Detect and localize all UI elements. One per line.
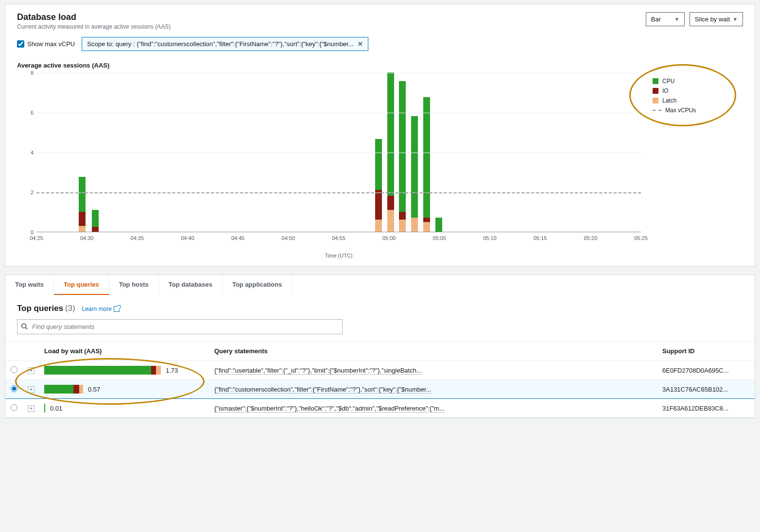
- page-title: Database load: [17, 12, 171, 22]
- show-max-vcpu-checkbox[interactable]: Show max vCPU: [17, 40, 75, 48]
- database-load-panel: Database load Current activity measured …: [5, 4, 755, 267]
- load-value: 1.73: [166, 367, 178, 374]
- chart-type-dropdown[interactable]: Bar ▼: [646, 12, 685, 26]
- row-radio[interactable]: [11, 404, 17, 411]
- expand-icon[interactable]: +: [28, 405, 35, 412]
- query-statement[interactable]: {"ismaster":{"$numberInt":"?"},"helloOk"…: [214, 405, 445, 412]
- top-queries-title: Top queries (3): [17, 304, 75, 313]
- slice-by-label: Slice by wait: [695, 16, 730, 23]
- load-value: 0.01: [50, 405, 62, 412]
- row-radio[interactable]: [11, 366, 17, 373]
- top-queries-table: Load by wait (AAS) Query statements Supp…: [5, 341, 755, 418]
- legend-swatch-latch: [653, 98, 658, 103]
- tab-top-queries[interactable]: Top queries: [54, 275, 109, 295]
- expand-icon[interactable]: +: [28, 386, 35, 393]
- tab-top-waits[interactable]: Top waits: [5, 275, 54, 295]
- scope-filter-tag[interactable]: Scope to: query : {"find":"customerscoll…: [82, 37, 368, 51]
- table-row[interactable]: +1.73{"find":"usertable","filter":{"_id"…: [5, 361, 755, 380]
- row-radio[interactable]: [11, 385, 17, 392]
- x-axis-label: Time (UTC): [36, 253, 641, 258]
- legend-swatch-io: [653, 88, 658, 94]
- external-link-icon: [114, 306, 120, 312]
- chevron-down-icon: ▼: [674, 17, 679, 22]
- legend-swatch-vcpu: [653, 110, 661, 111]
- query-search-input[interactable]: [17, 319, 343, 334]
- show-max-vcpu-input[interactable]: [17, 40, 24, 48]
- table-row[interactable]: +0.57{"find":"customerscollection","filt…: [5, 380, 755, 399]
- table-row[interactable]: +0.01{"ismaster":{"$numberInt":"?"},"hel…: [5, 399, 755, 418]
- load-bar: [44, 385, 83, 394]
- query-statement[interactable]: {"find":"customerscollection","filter":{…: [214, 386, 431, 394]
- x-axis: 04:2504:3004:3504:4004:4504:5004:5505:00…: [36, 232, 641, 252]
- chart-plot-area[interactable]: [36, 73, 641, 232]
- col-query[interactable]: Query statements: [209, 342, 657, 361]
- col-load[interactable]: Load by wait (AAS): [39, 342, 209, 361]
- load-bar: [44, 404, 45, 412]
- slice-by-dropdown[interactable]: Slice by wait ▼: [690, 12, 743, 26]
- svg-line-1: [26, 327, 28, 329]
- tab-top-databases[interactable]: Top databases: [159, 275, 223, 295]
- chart-type-label: Bar: [651, 16, 661, 23]
- expand-icon[interactable]: +: [28, 367, 35, 374]
- learn-more-link[interactable]: Learn more: [82, 306, 120, 312]
- tab-top-hosts[interactable]: Top hosts: [109, 275, 159, 295]
- y-axis: 02468: [17, 73, 36, 232]
- dimension-tabs: Top waitsTop queriesTop hostsTop databas…: [5, 275, 755, 295]
- support-id: 31F63A612DEB83C8...: [657, 399, 755, 418]
- close-icon[interactable]: ✕: [358, 40, 363, 48]
- top-queries-panel: Top queries (3) Learn more Load by wait …: [5, 295, 755, 418]
- chart-legend: CPU IO Latch Max vCPUs: [641, 73, 743, 232]
- annotation-ellipse: [629, 64, 736, 126]
- search-icon: [21, 323, 28, 331]
- top-queries-count: (3): [65, 304, 75, 313]
- chart-title: Average active sessions (AAS): [17, 62, 743, 69]
- col-support[interactable]: Support ID: [657, 342, 755, 361]
- load-bar: [44, 366, 161, 375]
- support-id: 3A131C76AC65B102...: [657, 380, 755, 399]
- support-id: 6E0FD2708D0A695C...: [657, 361, 755, 380]
- query-statement[interactable]: {"find":"usertable","filter":{"_id":"?"}…: [214, 367, 422, 375]
- legend-swatch-cpu: [653, 78, 658, 84]
- load-value: 0.57: [88, 386, 100, 393]
- page-subtitle: Current activity measured in average act…: [17, 23, 171, 30]
- tab-top-applications[interactable]: Top applications: [223, 275, 292, 295]
- chevron-down-icon: ▼: [733, 17, 738, 22]
- svg-point-0: [22, 324, 26, 328]
